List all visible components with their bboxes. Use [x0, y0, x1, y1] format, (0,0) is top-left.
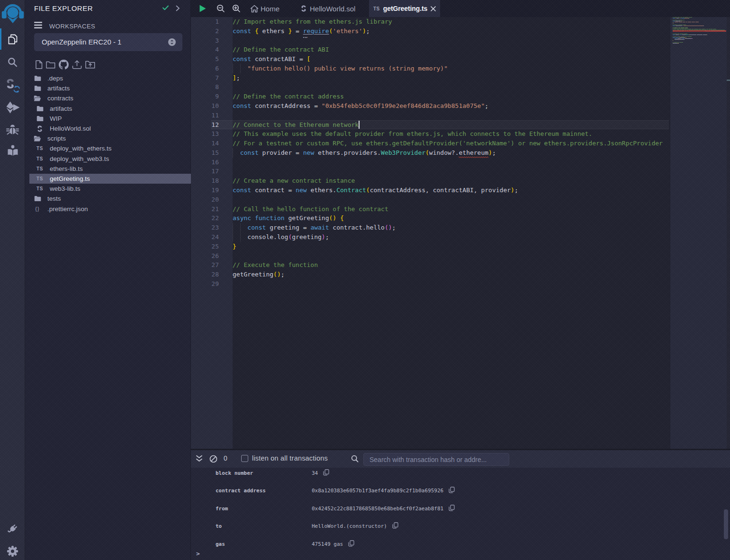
- minimap-line: [674, 36, 676, 37]
- code-token: {: [255, 27, 259, 35]
- tree-item-tests[interactable]: tests: [25, 194, 191, 204]
- clone-github-icon[interactable]: [59, 60, 69, 70]
- search-icon[interactable]: [0, 56, 25, 68]
- minimap-line: [673, 36, 674, 37]
- folder-icon: [34, 196, 41, 202]
- minimap-line: [709, 29, 712, 29]
- minimap-line: [674, 27, 677, 28]
- error-squiggle: [459, 156, 488, 158]
- workspace-select-caret-icon[interactable]: [168, 38, 176, 46]
- editor-gutter: 1234567891011121314151617181920212223242…: [191, 17, 233, 449]
- minimap-line: [680, 29, 682, 29]
- code-token: =: [296, 149, 303, 156]
- tree-item-artifacts[interactable]: artifacts: [25, 104, 191, 114]
- minimap-line: [705, 29, 706, 29]
- minimap-line: [680, 18, 681, 18]
- zoom-out-icon[interactable]: [216, 0, 225, 17]
- code-line-13: // This example uses the default provide…: [233, 129, 592, 139]
- copy-icon[interactable]: [348, 540, 354, 547]
- tree-item-deploy-with-ethers-ts[interactable]: TSdeploy_with_ethers.ts: [25, 143, 191, 153]
- learn-icon[interactable]: [0, 144, 25, 157]
- new-folder-icon[interactable]: [46, 61, 55, 69]
- tree-item-ethers-lib-ts[interactable]: TSethers-lib.ts: [25, 164, 191, 174]
- code-token: // This example uses the default provide…: [233, 130, 592, 137]
- tree-item-contracts[interactable]: contracts: [25, 93, 191, 103]
- code-token: // Execute the function: [233, 261, 318, 268]
- tree-item--deps[interactable]: .deps: [25, 73, 191, 83]
- search-icon: [351, 455, 359, 462]
- code-line-24: console.log(greeting);: [233, 232, 329, 242]
- code-token: ): [322, 233, 325, 240]
- tree-item-WIP[interactable]: WIP: [25, 114, 191, 124]
- close-tab-icon[interactable]: [430, 6, 436, 12]
- editor-tabbar: Home HelloWorld.solTSgetGreeting.ts: [191, 0, 730, 17]
- terminal-clear-icon[interactable]: [209, 455, 217, 463]
- file-explorer-icon[interactable]: [0, 33, 25, 45]
- copy-icon[interactable]: [392, 522, 398, 529]
- tab-helloworld-sol[interactable]: HelloWorld.sol: [310, 0, 355, 17]
- upload-file-icon[interactable]: [72, 60, 82, 69]
- copy-icon[interactable]: [323, 469, 329, 476]
- tx-detail-label: gas: [216, 541, 225, 547]
- tree-item-scripts[interactable]: scripts: [25, 133, 191, 143]
- minimap-line: [679, 42, 683, 43]
- ts-icon: TS: [36, 176, 44, 181]
- minimap-line: [673, 42, 674, 43]
- minimap-line: [676, 21, 680, 21]
- plugin-manager-icon[interactable]: [0, 523, 25, 535]
- tx-detail-value: 0x8a120383e6057b1f3aef4fa9b89c2f1b0a6959…: [312, 488, 443, 494]
- code-token: (): [385, 224, 392, 231]
- tx-detail-row: toHelloWorld.(constructor): [191, 521, 730, 539]
- terminal-scrollbar[interactable]: [724, 509, 728, 539]
- settings-icon[interactable]: [0, 545, 25, 557]
- tree-item-web3-lib-ts[interactable]: TSweb3-lib.ts: [25, 184, 191, 194]
- line-number: 5: [200, 54, 219, 64]
- zoom-in-icon[interactable]: [232, 0, 241, 17]
- chevron-right-icon[interactable]: [176, 5, 180, 11]
- editor-minimap[interactable]: [670, 17, 727, 449]
- tree-item-label: WIP: [50, 115, 62, 122]
- tree-item-deploy-with-web3-ts[interactable]: TSdeploy_with_web3.ts: [25, 154, 191, 164]
- tree-item-label: tests: [47, 195, 61, 202]
- workspaces-menu-icon[interactable]: [34, 22, 42, 29]
- debugger-icon[interactable]: [0, 124, 25, 136]
- copy-icon[interactable]: [449, 487, 455, 493]
- ts-icon: TS: [36, 156, 44, 161]
- code-token: [: [307, 55, 311, 62]
- terminal-expand-icon[interactable]: [196, 455, 203, 462]
- code-editor[interactable]: 1234567891011121314151617181920212223242…: [191, 17, 730, 449]
- deploy-run-icon[interactable]: [0, 101, 25, 114]
- minimap-line: [681, 21, 681, 21]
- minimap-line: [677, 25, 679, 25]
- listen-transactions-checkbox[interactable]: [241, 455, 248, 462]
- tree-item-artifacts[interactable]: artifacts: [25, 83, 191, 93]
- tree-item-getGreeting-ts[interactable]: TSgetGreeting.ts: [25, 174, 191, 184]
- solidity-compiler-icon[interactable]: [0, 78, 25, 93]
- line-number: 7: [200, 73, 219, 83]
- minimap-line: [688, 36, 692, 37]
- tree-item-label: .deps: [47, 75, 63, 82]
- minimap-line: [689, 18, 689, 18]
- code-line-14: // For a testnet or custom RPC, use ethe…: [233, 139, 663, 148]
- code-line-2: const { ethers } = require('ethers');: [233, 27, 370, 36]
- code-line-4: // Define the contract ABI: [233, 45, 329, 54]
- copy-icon[interactable]: [449, 505, 455, 511]
- minimap-line: [703, 26, 704, 26]
- tab-home[interactable]: Home: [261, 0, 279, 17]
- solidity-file-icon[interactable]: [301, 0, 306, 17]
- tab-getgreeting-ts[interactable]: TSgetGreeting.ts: [369, 0, 440, 17]
- new-file-icon[interactable]: [35, 60, 43, 69]
- tree-item--prettierrc-json[interactable]: {}.prettierrc.json: [25, 204, 191, 214]
- workspace-select[interactable]: OpenZeppelin ERC20 - 1: [34, 33, 182, 51]
- tree-item-HelloWorld-sol[interactable]: HelloWorld.sol: [25, 124, 191, 133]
- code-line-6: "function hello() public view returns (s…: [233, 64, 448, 73]
- upload-folder-icon[interactable]: [85, 60, 95, 69]
- code-token: (): [273, 271, 281, 278]
- home-icon[interactable]: [250, 0, 259, 17]
- minimap-line: [682, 38, 685, 39]
- terminal-search-input[interactable]: [363, 453, 509, 466]
- tree-item-label: artifacts: [47, 85, 70, 92]
- minimap-line: [697, 35, 702, 35]
- run-script-icon[interactable]: [199, 0, 207, 17]
- code-token: [251, 27, 255, 35]
